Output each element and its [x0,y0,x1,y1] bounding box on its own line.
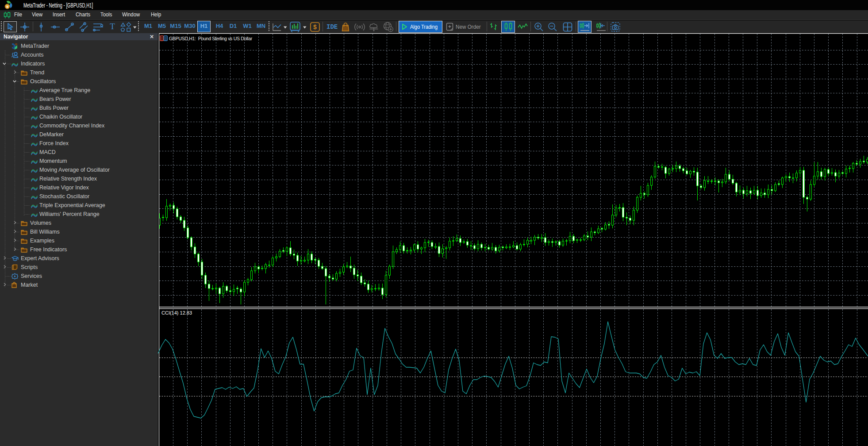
svg-text:GBPUSD,H1: Pound Sterling vs: GBPUSD,H1: Pound Sterling vs US Dollar [169,36,253,41]
svg-text:CCI(14) 12.83: CCI(14) 12.83 [161,310,192,315]
svg-text:5: 5 [6,5,8,9]
svg-text:$: $ [313,23,317,31]
